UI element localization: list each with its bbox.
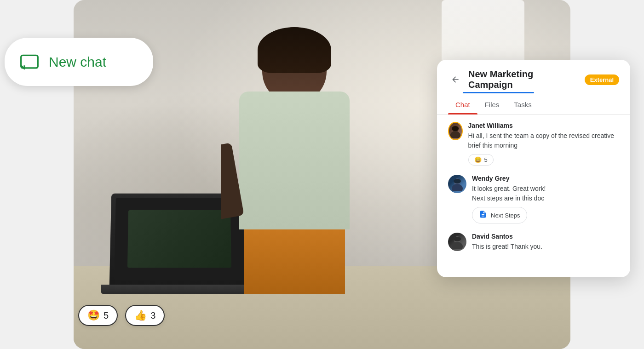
new-chat-bubble[interactable]: New chat xyxy=(5,38,153,86)
message-david-text: This is great! Thank you. xyxy=(472,242,542,252)
message-david-content: David Santos This is great! Thank you. xyxy=(472,233,542,252)
chat-tabs: Chat Files Tasks xyxy=(437,95,630,114)
message-janet-content: Janet Williams Hi all, I sent the team a… xyxy=(468,122,619,166)
message-wendy: Wendy Grey It looks great. Great work!Ne… xyxy=(448,175,619,223)
reaction-bubble-star-eyes[interactable]: 🤩 5 xyxy=(78,305,118,326)
chat-panel-header: New Marketing Campaign External xyxy=(437,60,630,90)
reaction-emoji-2: 👍 xyxy=(134,309,147,321)
reaction-emoji-1: 🤩 xyxy=(87,309,100,321)
person xyxy=(221,27,368,294)
back-button[interactable] xyxy=(448,72,463,87)
svg-point-3 xyxy=(450,131,460,138)
avatar-david xyxy=(448,233,466,251)
message-janet-text: Hi all, I sent the team a copy of the re… xyxy=(468,131,619,150)
reaction-chip-janet[interactable]: 😀 5 xyxy=(468,154,494,166)
message-wendy-content: Wendy Grey It looks great. Great work!Ne… xyxy=(472,175,546,223)
chat-panel: New Marketing Campaign External Chat Fil… xyxy=(437,60,630,277)
reaction-bubble-thumbs-up[interactable]: 👍 3 xyxy=(125,305,165,326)
tab-chat[interactable]: Chat xyxy=(448,95,477,114)
avatar-wendy xyxy=(448,175,466,193)
message-david: David Santos This is great! Thank you. xyxy=(448,233,619,252)
title-underline xyxy=(463,92,534,93)
reaction-emoji-janet: 😀 xyxy=(474,156,482,163)
svg-point-8 xyxy=(454,237,461,241)
doc-chip-label: Next Steps xyxy=(491,212,520,219)
svg-point-6 xyxy=(452,184,463,191)
tab-files[interactable]: Files xyxy=(477,95,507,114)
messages-area: Janet Williams Hi all, I sent the team a… xyxy=(437,114,630,268)
sender-janet: Janet Williams xyxy=(468,122,619,129)
reaction-count-janet: 5 xyxy=(484,156,488,163)
tab-tasks[interactable]: Tasks xyxy=(506,95,539,114)
doc-icon xyxy=(479,210,487,220)
new-chat-label: New chat xyxy=(49,54,106,70)
external-badge: External xyxy=(585,74,619,85)
reaction-count-1: 5 xyxy=(104,310,109,321)
reaction-count-2: 3 xyxy=(150,310,155,321)
svg-rect-0 xyxy=(21,55,38,68)
svg-point-5 xyxy=(454,179,461,183)
message-wendy-text: It looks great. Great work!Next steps ar… xyxy=(472,184,546,203)
message-janet: Janet Williams Hi all, I sent the team a… xyxy=(448,122,619,166)
chat-title: New Marketing Campaign xyxy=(468,69,579,90)
svg-point-2 xyxy=(452,126,459,131)
sender-wendy: Wendy Grey xyxy=(472,175,546,182)
bottom-reactions: 🤩 5 👍 3 xyxy=(78,305,165,326)
sender-david: David Santos xyxy=(472,233,542,240)
doc-chip-nextsteps[interactable]: Next Steps xyxy=(472,207,527,223)
avatar-janet xyxy=(448,122,463,140)
svg-point-9 xyxy=(452,242,463,249)
chat-icon xyxy=(19,52,40,72)
